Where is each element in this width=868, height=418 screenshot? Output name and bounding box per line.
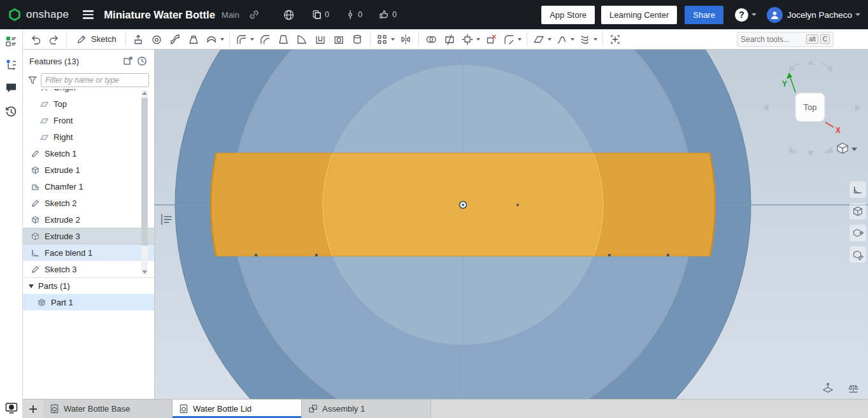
feature-row-extrude2[interactable]: Extrude 2 [23, 211, 154, 228]
screen-capture-icon[interactable] [4, 400, 19, 415]
undo-button[interactable] [27, 31, 44, 48]
add-tab-button[interactable] [23, 400, 43, 418]
split-button[interactable] [441, 31, 459, 48]
thicken-button[interactable] [204, 31, 225, 48]
tab-water-bottle-lid[interactable]: Water Bottle Lid [173, 400, 302, 418]
feature-row-sketch3[interactable]: Sketch 3 [23, 261, 154, 277]
plane-icon [39, 116, 49, 125]
feature-row-extrude1[interactable]: Extrude 1 [23, 162, 154, 178]
sketch-icon [31, 199, 40, 208]
view-cube[interactable]: Y X Top [758, 54, 866, 162]
pencil-icon [76, 34, 87, 45]
parts-header-label: Parts (1) [38, 281, 70, 291]
link-icon[interactable] [248, 9, 260, 20]
learning-center-button[interactable]: Learning Center [601, 6, 677, 24]
linear-pattern-button[interactable] [374, 31, 396, 48]
feature-row-origin[interactable]: Origin [23, 89, 154, 95]
viewcube-arrow-left-icon[interactable] [763, 104, 769, 111]
toolbar-divider [229, 32, 230, 46]
feature-filter-input[interactable] [41, 73, 149, 87]
help-button[interactable]: ? [735, 8, 748, 22]
feature-row-face-blend1[interactable]: Face blend 1 [23, 244, 154, 261]
shell-button[interactable] [312, 31, 329, 48]
history-panel-icon[interactable] [4, 104, 19, 119]
transform-button[interactable] [460, 31, 481, 48]
part-row-part1[interactable]: Part 1 [23, 294, 154, 310]
part-studio-icon [50, 404, 59, 414]
scroll-down-icon[interactable] [142, 270, 147, 274]
curve-button[interactable] [554, 31, 576, 48]
history-counter[interactable]: 0 [346, 10, 362, 20]
feature-row-chamfer1[interactable]: Chamfer 1 [23, 178, 154, 195]
mirror-button[interactable] [397, 31, 415, 48]
viewcube-arrow-up-icon[interactable] [807, 59, 815, 65]
left-panel-strip [0, 29, 23, 418]
main-menu-icon[interactable] [83, 10, 94, 19]
boss-button[interactable] [349, 31, 366, 48]
fillet-button[interactable] [234, 31, 255, 48]
plus-icon [28, 404, 38, 414]
display-states-icon[interactable] [850, 203, 866, 219]
loft-button[interactable] [185, 31, 203, 48]
draft-button[interactable] [275, 31, 292, 48]
search-tools-box[interactable]: alt C [737, 32, 834, 47]
origin-marker[interactable] [460, 202, 467, 209]
rib-button[interactable] [294, 31, 311, 48]
feature-list-panel-icon[interactable] [4, 33, 19, 48]
sketch-button[interactable]: Sketch [71, 31, 122, 48]
chamfer-button[interactable] [257, 31, 274, 48]
sweep-button[interactable] [167, 31, 184, 48]
feature-row-sketch1[interactable]: Sketch 1 [23, 145, 154, 162]
tab-assembly-1[interactable]: Assembly 1 [302, 400, 431, 418]
user-avatar[interactable] [767, 7, 783, 23]
measure-units-icon[interactable] [845, 380, 862, 396]
share-button[interactable]: Share [685, 6, 723, 24]
tab-water-bottle-base[interactable]: Water Bottle Base [43, 400, 173, 418]
versions-counter[interactable]: 0 [311, 10, 329, 20]
feature-row-extrude3[interactable]: Extrude 3 [23, 228, 154, 244]
feature-row-right-plane[interactable]: Right [23, 129, 154, 145]
scroll-up-icon[interactable] [142, 92, 147, 95]
surface-blend-tool-icon[interactable] [850, 181, 866, 198]
rollback-history-icon[interactable] [135, 54, 149, 68]
scrollbar-thumb[interactable] [141, 98, 148, 246]
feature-tree-scrollbar[interactable] [141, 90, 148, 275]
modify-fillet-button[interactable] [501, 31, 523, 48]
follow-counter[interactable]: 0 [379, 10, 397, 20]
delete-part-button[interactable] [483, 31, 500, 48]
edit-appearance-icon[interactable] [850, 246, 866, 263]
redo-button[interactable] [45, 31, 62, 48]
mate-connector-button[interactable] [607, 31, 624, 48]
hole-button[interactable] [331, 31, 348, 48]
feature-row-front-plane[interactable]: Front [23, 112, 154, 129]
export-view-icon[interactable] [850, 225, 866, 241]
boolean-button[interactable] [423, 31, 440, 48]
annotation-plane-icon[interactable] [820, 380, 836, 396]
app-store-button[interactable]: App Store [541, 6, 595, 24]
feature-dialog-anchor-icon[interactable] [158, 212, 174, 228]
chevron-down-icon [220, 38, 224, 41]
helix-button[interactable] [577, 31, 599, 48]
plane-button[interactable] [531, 31, 553, 48]
user-menu-caret-icon[interactable] [855, 13, 860, 16]
revolve-button[interactable] [148, 31, 166, 48]
graphics-viewport[interactable]: Y X Top [155, 50, 868, 399]
y-axis-label: Y [782, 80, 787, 88]
comments-panel-icon[interactable] [4, 80, 19, 95]
viewcube-top-face[interactable]: Top [795, 93, 825, 122]
collapse-chevron-icon [29, 284, 34, 288]
viewcube-arrow-right-icon[interactable] [855, 104, 861, 111]
search-tools-input[interactable] [741, 35, 804, 44]
feature-row-top-plane[interactable]: Top [23, 95, 154, 112]
workspace-name[interactable]: Main [222, 10, 239, 20]
extrude-button[interactable] [130, 31, 147, 48]
person-icon [770, 10, 779, 20]
viewcube-arrow-down-icon[interactable] [807, 151, 815, 157]
parts-section-header[interactable]: Parts (1) [23, 277, 154, 294]
extrude-icon [31, 215, 40, 225]
feature-row-sketch2[interactable]: Sketch 2 [23, 195, 154, 211]
globe-icon[interactable] [283, 9, 295, 21]
view-options-menu[interactable] [837, 143, 857, 153]
insert-folder-icon[interactable] [121, 54, 135, 68]
configurations-panel-icon[interactable] [4, 57, 19, 72]
